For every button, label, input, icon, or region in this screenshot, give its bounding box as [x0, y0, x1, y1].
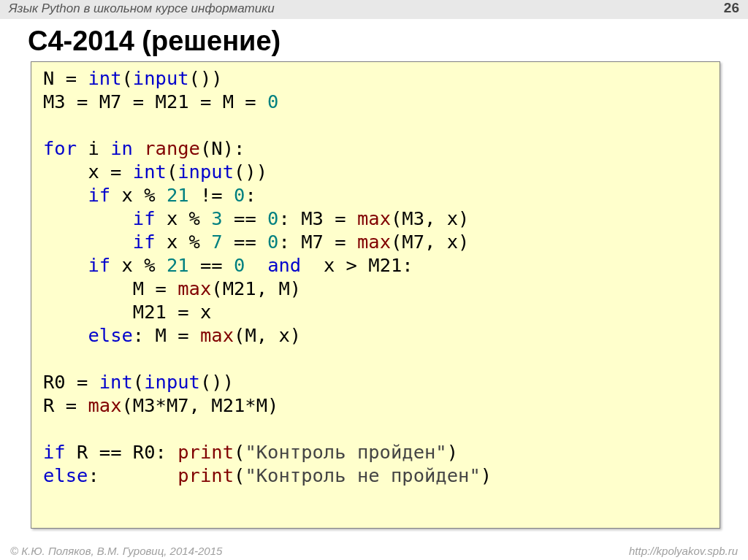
header-subject: Язык Python в школьном курсе информатики — [9, 1, 275, 16]
footer-url: http://kpolyakov.spb.ru — [629, 545, 738, 557]
footer-bar: © К.Ю. Поляков, В.М. Гуровиц, 2014-2015 … — [0, 544, 748, 560]
code-content: N = int(input()) M3 = M7 = M21 = M = 0 f… — [43, 66, 708, 487]
footer-copyright: © К.Ю. Поляков, В.М. Гуровиц, 2014-2015 — [10, 545, 222, 557]
slide: Язык Python в школьном курсе информатики… — [0, 0, 748, 560]
header-bar: Язык Python в школьном курсе информатики… — [0, 0, 748, 19]
slide-title: С4-2014 (решение) — [28, 26, 280, 57]
code-block: N = int(input()) M3 = M7 = M21 = M = 0 f… — [31, 61, 720, 529]
page-number: 26 — [724, 0, 739, 16]
